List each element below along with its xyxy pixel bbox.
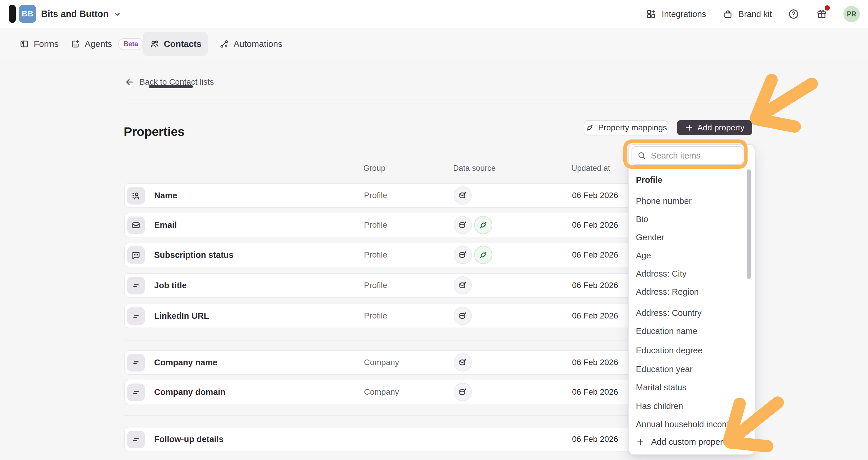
integration-plug-icon [474,216,492,234]
updated-at: 06 Feb 2026 [572,213,618,237]
tab-forms-label: Forms [34,39,59,49]
property-group: Profile [364,304,387,328]
form-database-icon [454,186,472,205]
search-input[interactable] [651,151,733,160]
top-bar: BB Bits and Button Integrations [0,0,868,28]
nav-brand-kit-label: Brand kit [739,9,772,19]
updated-at: 06 Feb 2026 [572,184,618,207]
dropdown-item-address-region[interactable]: Address: Region [636,285,741,299]
dropdown-item-address-city[interactable]: Address: City [636,267,741,281]
form-database-icon [454,307,472,325]
text-lines-icon [127,431,145,448]
dropdown-item-education-degree[interactable]: Education degree [636,343,741,358]
nav-brand-kit[interactable]: Brand kit [721,8,772,21]
tab-agents-label: Agents [85,39,112,49]
dropdown-item-education-year[interactable]: Education year [636,362,741,376]
app-logo [9,5,16,23]
updated-at: 06 Feb 2026 [572,274,618,297]
column-header-updated-at: Updated at [571,162,610,174]
dropdown-item-phone-number[interactable]: Phone number [636,194,741,208]
tab-forms[interactable]: Forms [13,32,65,56]
property-group: Profile [364,274,387,297]
tab-agents[interactable]: Agents Beta [64,32,150,56]
chat-bubble-icon [127,246,145,264]
data-source-cell [454,216,492,234]
tab-automations[interactable]: Automations [213,32,289,56]
text-lines-icon [127,307,145,325]
add-property-label: Add property [698,123,744,132]
help-button[interactable] [787,8,800,21]
property-name: Subscription status [154,243,234,267]
form-database-icon [454,276,472,295]
app-window: BB Bits and Button Integrations [0,0,868,460]
add-custom-property-label: Add custom property [651,437,730,447]
data-source-cell [454,307,472,325]
property-group: Profile [364,184,387,207]
updated-at: 06 Feb 2026 [572,243,618,267]
brand-kit-icon [721,8,734,21]
tab-contacts[interactable]: Contacts [143,32,208,56]
nav-integrations[interactable]: Integrations [645,8,706,21]
dropdown-item-marital-status[interactable]: Marital status [636,380,741,394]
updated-at: 06 Feb 2026 [572,427,618,451]
property-mappings-button[interactable]: Property mappings [584,120,668,135]
plus-icon [636,437,645,446]
page-title: Properties [124,125,185,139]
property-name: Company domain [154,380,225,404]
plus-icon [685,123,694,132]
dropdown-item-education-name[interactable]: Education name [636,324,741,338]
forms-icon [19,39,29,49]
dropdown-item-bio[interactable]: Bio [636,212,741,226]
nav-integrations-label: Integrations [662,9,706,19]
mapping-plug-icon [585,123,594,132]
header-divider [124,103,793,103]
column-header-group: Group [363,162,385,174]
property-group: Company [364,380,399,404]
property-name: Email [154,213,177,237]
whats-new-button[interactable] [815,8,828,21]
data-source-cell [454,276,472,295]
data-source-cell [454,383,472,401]
column-header-data-source: Data source [453,162,496,174]
dropdown-scrollbar[interactable] [747,170,751,279]
workspace-name: Bits and Button [41,9,109,19]
property-mappings-label: Property mappings [598,123,667,132]
property-name: Name [154,184,177,207]
property-name: Job title [154,274,187,297]
user-avatar[interactable]: PR [843,6,860,22]
data-source-cell [454,186,472,205]
dropdown-item-gender[interactable]: Gender [636,230,741,244]
property-group: Profile [364,213,387,237]
dropdown-item-has-children[interactable]: Has children [636,399,741,413]
dropdown-item-age[interactable]: Age [636,248,741,263]
updated-at: 06 Feb 2026 [572,304,618,328]
notification-dot [825,5,830,10]
tab-automations-label: Automations [234,39,282,49]
integration-plug-icon [474,246,492,264]
main-tab-bar: Forms Agents Beta Con [0,28,868,61]
integrations-icon [645,8,658,21]
workspace-avatar[interactable]: BB [19,5,36,23]
text-lines-icon [127,354,145,371]
updated-at: 06 Feb 2026 [572,351,618,374]
add-property-button[interactable]: Add property [677,120,752,135]
back-arrow-icon [124,77,135,87]
contacts-icon [150,39,159,49]
property-name: Company name [154,351,217,374]
form-database-icon [454,383,472,401]
dropdown-search[interactable] [631,146,743,165]
dropdown-item-annual-household-income[interactable]: Annual household income [636,417,741,431]
data-source-cell [454,354,472,371]
text-lines-icon [127,384,145,401]
updated-at: 06 Feb 2026 [572,380,618,404]
form-database-icon [454,246,472,264]
envelope-icon [127,217,145,234]
add-custom-property-button[interactable]: Add custom property [636,434,747,450]
active-tab-indicator [149,85,193,88]
arrow-to-add-property-icon [758,84,812,117]
search-icon [637,151,647,160]
property-group: Profile [364,243,387,267]
dropdown-item-address-country[interactable]: Address: Country [636,306,741,320]
workspace-switcher[interactable]: Bits and Button [41,0,122,28]
chevron-down-icon [113,10,122,19]
